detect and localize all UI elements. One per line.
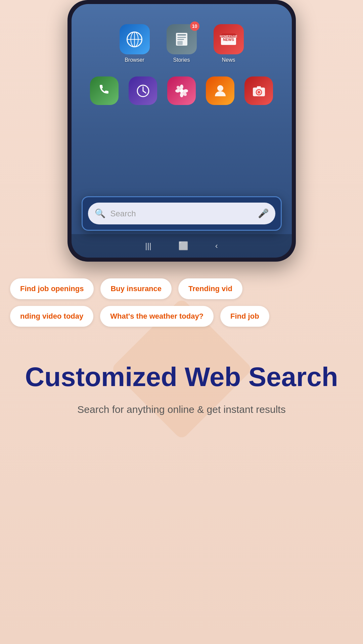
search-placeholder: Search <box>110 209 253 218</box>
microphone-icon[interactable]: 🎤 <box>258 208 269 219</box>
app-camera-icon[interactable] <box>244 76 273 105</box>
svg-rect-27 <box>257 86 261 88</box>
chips-row-1: Find job openings Buy insurance Trending… <box>0 275 363 303</box>
person-icon-svg <box>213 84 228 98</box>
browser-label: Browser <box>125 57 144 63</box>
nav-home-icon[interactable]: ⬜ <box>178 241 188 251</box>
chips-row-2: nding video today What's the weather tod… <box>0 303 363 330</box>
phone-icon-svg <box>97 84 112 98</box>
stories-label: Stories <box>173 57 190 63</box>
stories-svg <box>173 31 190 48</box>
svg-rect-5 <box>177 34 186 36</box>
search-icon: 🔍 <box>95 208 105 219</box>
nav-menu-icon[interactable]: ||| <box>145 241 151 251</box>
svg-point-23 <box>217 85 223 91</box>
search-bar[interactable]: 🔍 Search 🎤 <box>88 203 275 224</box>
browser-icon <box>120 24 150 54</box>
chip-find-job-2[interactable]: Find job <box>220 306 269 327</box>
main-content: Customized Web Search Search for anythin… <box>0 349 363 430</box>
flower-icon-svg <box>174 84 189 98</box>
svg-point-26 <box>258 91 260 94</box>
svg-rect-7 <box>177 39 184 40</box>
nav-bar: ||| ⬜ ‹ <box>72 234 292 258</box>
main-subtitle: Search for anything online & get instant… <box>77 402 285 417</box>
news-label: News <box>222 57 235 63</box>
phone-screen: Browser 10 Stories <box>72 4 292 258</box>
camera-icon-svg <box>252 84 266 98</box>
chip-weather[interactable]: What's the weather today? <box>100 306 214 327</box>
app-row-1: Browser 10 Stories <box>72 14 292 66</box>
svg-rect-6 <box>177 37 186 38</box>
app-stories[interactable]: 10 Stories <box>167 24 197 63</box>
globe-svg <box>125 30 144 49</box>
main-title: Customized Web Search <box>25 362 338 392</box>
news-svg: HOMEPAGE NEWS <box>219 31 238 48</box>
svg-text:NEWS: NEWS <box>223 38 234 42</box>
chip-find-jobs[interactable]: Find job openings <box>10 278 94 299</box>
svg-line-15 <box>143 91 146 93</box>
app-news[interactable]: HOMEPAGE NEWS News <box>214 24 244 63</box>
stories-badge: 10 <box>190 21 199 31</box>
chip-trending-full[interactable]: nding video today <box>10 306 93 327</box>
app-clock-icon[interactable] <box>129 76 157 105</box>
search-overlay: 🔍 Search 🎤 <box>82 196 282 231</box>
svg-rect-8 <box>177 41 183 45</box>
status-bar <box>72 4 292 14</box>
app-person-icon[interactable] <box>206 76 234 105</box>
app-phone-icon[interactable] <box>90 76 119 105</box>
news-icon: HOMEPAGE NEWS <box>214 24 244 54</box>
phone-mockup: Browser 10 Stories <box>67 0 296 262</box>
chips-section: Find job openings Buy insurance Trending… <box>0 275 363 330</box>
chip-buy-insurance[interactable]: Buy insurance <box>100 278 172 299</box>
stories-icon: 10 <box>167 24 197 54</box>
phone-shell: Browser 10 Stories <box>67 0 296 262</box>
clock-icon-svg <box>136 84 150 98</box>
app-browser[interactable]: Browser <box>120 24 150 63</box>
chip-trending-vid-partial[interactable]: Trending vid <box>178 278 242 299</box>
app-flower-icon[interactable] <box>167 76 196 105</box>
nav-back-icon[interactable]: ‹ <box>215 241 218 251</box>
app-row-2 <box>72 66 292 112</box>
